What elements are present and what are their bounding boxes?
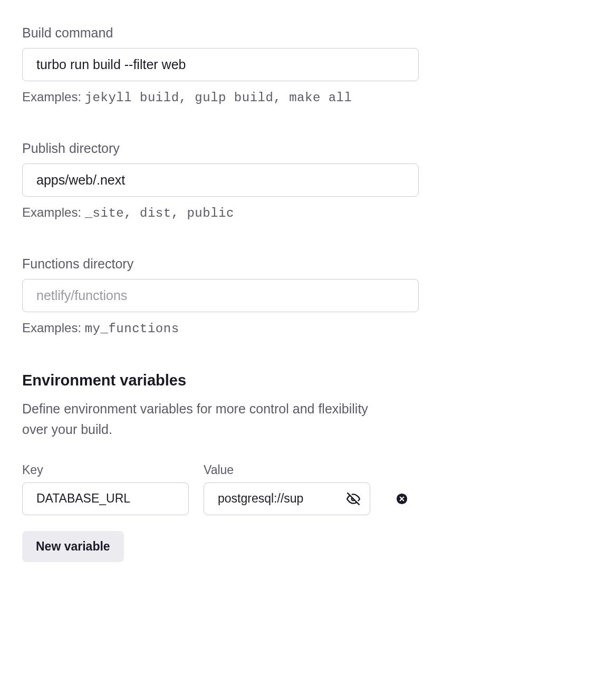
publish-directory-label: Publish directory (22, 141, 419, 156)
env-key-label: Key (22, 463, 189, 477)
helper-examples: _site, dist, public (85, 206, 234, 220)
environment-variables-section: Environment variables Define environment… (22, 372, 594, 562)
remove-variable-icon[interactable] (396, 493, 408, 505)
build-command-input[interactable] (22, 48, 419, 81)
helper-prefix: Examples: (22, 321, 81, 335)
env-key-column: Key (22, 463, 189, 515)
env-key-input[interactable] (22, 482, 189, 515)
env-value-input[interactable] (204, 482, 370, 515)
functions-directory-label: Functions directory (22, 256, 419, 272)
env-value-label: Value (204, 463, 370, 477)
publish-directory-helper: Examples: _site, dist, public (22, 205, 419, 220)
visibility-toggle-icon[interactable] (346, 491, 361, 506)
functions-directory-input[interactable] (22, 279, 419, 312)
helper-examples: jekyll build, gulp build, make all (85, 91, 352, 105)
new-variable-button[interactable]: New variable (22, 531, 124, 562)
helper-prefix: Examples: (22, 205, 81, 219)
functions-directory-helper: Examples: my_functions (22, 321, 419, 336)
build-command-label: Build command (22, 25, 419, 41)
build-command-helper: Examples: jekyll build, gulp build, make… (22, 90, 419, 105)
env-value-input-wrapper (204, 482, 370, 515)
build-command-group: Build command Examples: jekyll build, gu… (22, 25, 419, 105)
publish-directory-input[interactable] (22, 163, 419, 197)
publish-directory-group: Publish directory Examples: _site, dist,… (22, 141, 419, 220)
env-variable-row: Key Value (22, 463, 594, 515)
helper-prefix: Examples: (22, 90, 81, 104)
env-value-column: Value (204, 463, 370, 515)
env-section-title: Environment variables (22, 372, 594, 389)
functions-directory-group: Functions directory Examples: my_functio… (22, 256, 419, 336)
env-key-input-wrapper (22, 482, 189, 515)
env-section-description: Define environment variables for more co… (22, 399, 391, 440)
helper-examples: my_functions (85, 322, 179, 336)
